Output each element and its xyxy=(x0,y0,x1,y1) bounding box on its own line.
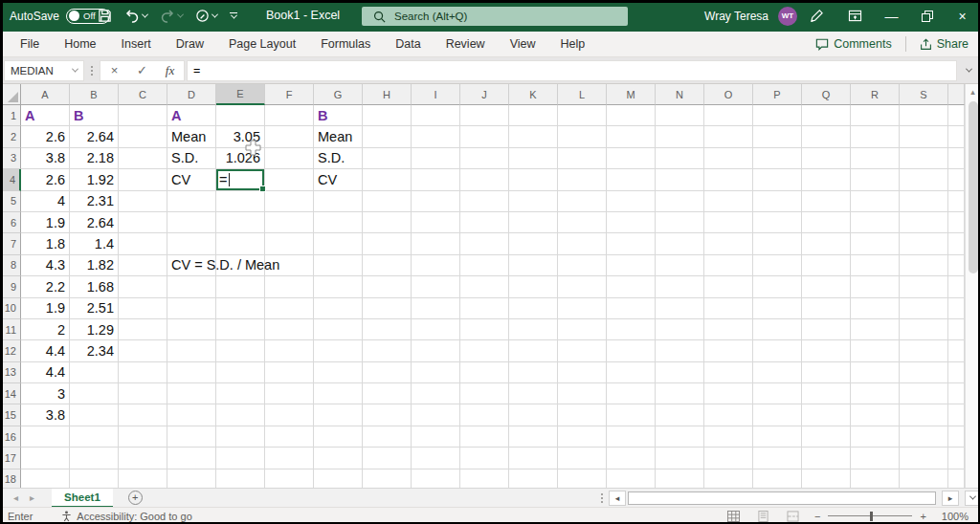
cell-E15[interactable] xyxy=(216,404,265,426)
cell-O14[interactable] xyxy=(704,383,753,404)
cell-B1[interactable]: B xyxy=(70,105,119,126)
cell-O8[interactable] xyxy=(704,255,753,276)
cell-J5[interactable] xyxy=(460,191,509,212)
cell-K12[interactable] xyxy=(509,340,558,361)
pen-tool-button[interactable] xyxy=(195,9,217,23)
cell-A4[interactable]: 2.6 xyxy=(21,169,70,190)
enter-formula-button[interactable]: ✓ xyxy=(128,63,156,77)
cell-N1[interactable] xyxy=(656,105,704,126)
row-header-3[interactable]: 3 xyxy=(0,148,21,169)
cell-D17[interactable] xyxy=(167,448,216,469)
cell-K1[interactable] xyxy=(509,105,558,126)
cell-B12[interactable]: 2.34 xyxy=(70,340,119,361)
cell-C14[interactable] xyxy=(119,383,167,404)
cell-D4[interactable]: CV xyxy=(167,169,216,190)
cell-N18[interactable] xyxy=(656,469,704,488)
row-header-16[interactable]: 16 xyxy=(0,426,21,448)
cell-O12[interactable] xyxy=(704,340,753,361)
cell-I7[interactable] xyxy=(412,233,460,254)
cell-C17[interactable] xyxy=(119,448,167,469)
scroll-left-arrow[interactable]: ◂ xyxy=(609,491,626,506)
cell-H18[interactable] xyxy=(363,469,412,488)
redo-button[interactable] xyxy=(160,10,183,23)
cell-K2[interactable] xyxy=(509,126,558,147)
cell-N5[interactable] xyxy=(656,191,704,212)
cell-M14[interactable] xyxy=(607,383,656,404)
cell-R9[interactable] xyxy=(851,276,900,297)
cell-M18[interactable] xyxy=(607,469,656,488)
cell-H14[interactable] xyxy=(363,383,412,404)
cell-N4[interactable] xyxy=(656,169,704,190)
cell-A6[interactable]: 1.9 xyxy=(21,212,70,233)
cell-L17[interactable] xyxy=(558,448,607,469)
zoom-out-button[interactable]: − xyxy=(814,511,820,522)
cell-C3[interactable] xyxy=(119,148,167,169)
comments-button[interactable]: Comments xyxy=(815,37,891,51)
cell-A9[interactable]: 2.2 xyxy=(21,276,70,297)
cell-Q17[interactable] xyxy=(802,448,851,469)
cell-E16[interactable] xyxy=(216,426,265,448)
cell-P4[interactable] xyxy=(753,169,802,190)
cell-L12[interactable] xyxy=(558,340,607,361)
tab-insert[interactable]: Insert xyxy=(109,32,164,56)
cell-P1[interactable] xyxy=(753,105,802,126)
cell-S14[interactable] xyxy=(900,383,948,404)
cell-I6[interactable] xyxy=(412,212,460,233)
column-header-B[interactable]: B xyxy=(70,84,119,105)
cell-P14[interactable] xyxy=(753,383,802,404)
cell-N15[interactable] xyxy=(656,404,704,426)
cell-S11[interactable] xyxy=(900,319,948,340)
cell-E2[interactable]: 3.05 xyxy=(216,126,265,147)
cell-L16[interactable] xyxy=(558,426,607,448)
cell-C12[interactable] xyxy=(119,340,167,361)
column-header-E[interactable]: E xyxy=(216,84,265,105)
cell-Q5[interactable] xyxy=(802,191,851,212)
cell-J2[interactable] xyxy=(460,126,509,147)
cell-H10[interactable] xyxy=(363,298,412,319)
cell-N8[interactable] xyxy=(656,255,704,276)
cell-G10[interactable] xyxy=(314,298,363,319)
cell-D3[interactable]: S.D. xyxy=(167,148,216,169)
cell-C6[interactable] xyxy=(119,212,167,233)
cell-F6[interactable] xyxy=(265,212,314,233)
cell-A2[interactable]: 2.6 xyxy=(21,126,70,147)
cell-R3[interactable] xyxy=(851,148,900,169)
cell-L5[interactable] xyxy=(558,191,607,212)
cell-R8[interactable] xyxy=(851,255,900,276)
cell-F17[interactable] xyxy=(265,448,314,469)
cell-E4[interactable]: = xyxy=(216,169,265,190)
formula-input[interactable]: = xyxy=(187,60,957,81)
cell-M10[interactable] xyxy=(607,298,656,319)
cell-I11[interactable] xyxy=(412,319,460,340)
cell-K8[interactable] xyxy=(509,255,558,276)
tab-page-layout[interactable]: Page Layout xyxy=(216,32,308,56)
cell-G16[interactable] xyxy=(314,426,363,448)
cell-J17[interactable] xyxy=(460,448,509,469)
cell-F12[interactable] xyxy=(265,340,314,361)
cell-I2[interactable] xyxy=(412,126,460,147)
cell-I10[interactable] xyxy=(412,298,460,319)
cell-F5[interactable] xyxy=(265,191,314,212)
cell-R1[interactable] xyxy=(851,105,900,126)
next-sheet-button[interactable]: ▸ xyxy=(30,492,34,503)
cell-A12[interactable]: 4.4 xyxy=(21,340,70,361)
cell-F4[interactable] xyxy=(265,169,314,190)
cell-D12[interactable] xyxy=(167,340,216,361)
cell-D6[interactable] xyxy=(167,212,216,233)
cell-H17[interactable] xyxy=(363,448,412,469)
cell-M5[interactable] xyxy=(607,191,656,212)
cell-F7[interactable] xyxy=(265,233,314,254)
cell-L13[interactable] xyxy=(558,362,607,383)
scroll-up-arrow[interactable]: ▴ xyxy=(970,84,975,99)
tab-home[interactable]: Home xyxy=(52,32,108,56)
cell-I17[interactable] xyxy=(412,448,460,469)
row-header-9[interactable]: 9 xyxy=(0,276,21,297)
cell-Q3[interactable] xyxy=(802,148,851,169)
cell-D16[interactable] xyxy=(167,426,216,448)
cell-N11[interactable] xyxy=(656,319,704,340)
cell-E9[interactable] xyxy=(216,276,265,297)
cell-N6[interactable] xyxy=(656,212,704,233)
cell-P3[interactable] xyxy=(753,148,802,169)
cell-M13[interactable] xyxy=(607,362,656,383)
cell-I12[interactable] xyxy=(412,340,460,361)
